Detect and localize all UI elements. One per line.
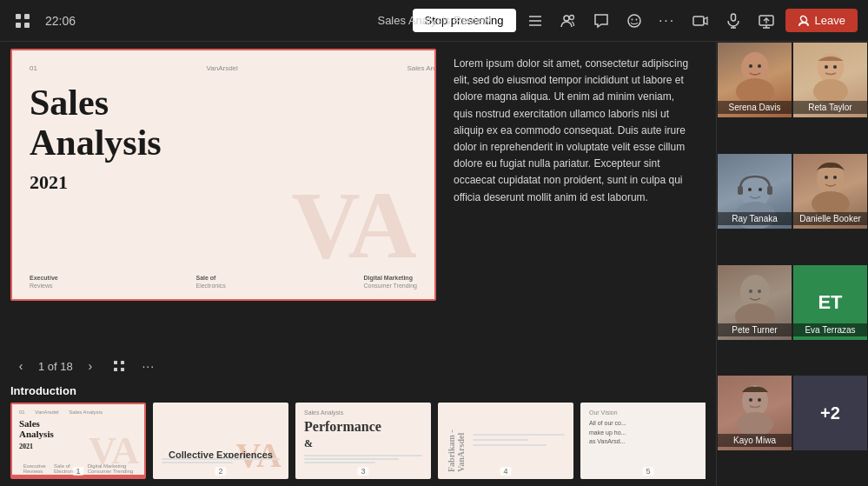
participant-name-kayo: Kayo Miwa [718,434,792,447]
thumb3-line1 [304,455,422,456]
thumb3-line2 [304,458,399,460]
react-icon-btn[interactable] [620,7,648,35]
slide-count: 1 of 18 [38,360,73,373]
leave-label: Leave [815,14,845,27]
slide-content: 01 VanArsdel Sales Analysis Sales Analys… [30,64,436,194]
svg-rect-38 [767,186,772,195]
topbar-left: 22:06 [10,9,76,33]
svg-rect-2 [16,23,21,28]
participant-list-icon[interactable] [521,7,549,35]
thumb3-num: 3 [357,467,368,476]
thumb5-text: All of our co...make up ho...as VanArsd.… [589,419,706,447]
slide-footer-col-3: Digital Marketing Consumer Trending [364,275,417,289]
slide-footer: Executive Reviews Sale of Electronics Di… [30,275,417,289]
topbar: 22:06 Sales Analysis Review Stop present… [0,0,868,42]
thumbnails-section-label: Introduction [10,384,706,397]
leave-button[interactable]: Leave [785,9,858,32]
grid-view-btn[interactable] [108,355,130,377]
svg-rect-12 [693,17,704,25]
thumb5-num: 5 [642,467,653,476]
svg-point-48 [737,412,773,436]
participant-name-eva: Eva Terrazas [793,323,867,336]
thumb5-label: Our Vision [589,409,706,416]
thumbnail-1[interactable]: 01 VanArsdel Sales Analysis SalesAnalysi… [10,403,146,479]
slide-label-top: 01 VanArsdel Sales Analysis [30,64,436,72]
thumb3-line3 [304,462,375,463]
prev-slide-btn[interactable]: ‹ [10,356,31,376]
slide-nav: ‹ 1 of 18 › ··· [0,351,716,381]
svg-point-50 [758,398,761,402]
svg-point-41 [825,176,828,179]
thumb2-line1 [162,458,280,460]
eva-initials: ET [818,291,842,314]
thumbnails-section: Introduction 01 VanArsdel Sales Analysis… [0,381,716,486]
svg-rect-21 [114,361,117,364]
svg-point-49 [749,398,752,402]
thumb2-line2 [162,462,233,463]
svg-point-32 [833,65,837,69]
thumbnail-5[interactable]: Our Vision All of our co...make up ho...… [580,403,706,479]
slide-title: Sales Analysis [30,83,436,163]
grid-icon-btn[interactable] [10,9,35,33]
camera-btn[interactable] [686,7,714,35]
svg-point-7 [564,16,569,21]
people-icon-btn[interactable] [554,7,582,35]
participant-name-ray: Ray Tanaka [718,212,792,225]
slide-title-line2: Analysis [30,123,162,163]
thumb3-label: Sales Analysis [304,409,422,416]
more-nav-btn[interactable]: ··· [137,355,160,377]
thumbnail-4[interactable]: Fabrikam - VanArsdel 4 [438,403,573,479]
slide-year: 2021 [30,171,436,194]
participant-name-pete: Pete Turner [718,323,792,336]
participant-name-serena: Serena Davis [718,101,792,114]
svg-point-9 [628,15,640,27]
footer-label-3: Digital Marketing [364,275,417,281]
svg-point-35 [748,188,752,191]
footer-label-1: Executive [30,275,58,281]
mic-btn[interactable] [719,7,747,35]
slide-num-label: 01 [30,64,37,72]
main-area: 01 VanArsdel Sales Analysis Sales Analys… [0,42,868,486]
footer-label-2: Sale of [195,275,225,281]
thumb4-line1 [473,434,565,436]
participant-overflow: +2 [793,376,867,450]
svg-rect-24 [121,368,124,371]
svg-point-11 [635,18,637,20]
svg-rect-1 [24,14,30,19]
window-title: Sales Analysis Review [377,14,490,27]
footer-sub-3: Consumer Trending [364,283,417,289]
svg-rect-23 [114,368,117,371]
next-slide-btn[interactable]: › [80,356,101,376]
svg-point-20 [799,15,808,23]
participant-grid: Serena Davis Reta Taylor [717,42,868,486]
slide-footer-col-2: Sale of Electronics [195,275,225,289]
participant-name-reta: Reta Taylor [793,101,867,114]
time-display: 22:06 [45,14,76,28]
overflow-count: +2 [820,403,840,423]
thumbnails-row: 01 VanArsdel Sales Analysis SalesAnalysi… [10,403,706,479]
participants-panel: Serena Davis Reta Taylor [716,42,868,486]
svg-rect-3 [24,23,30,28]
thumb4-line3 [473,444,547,446]
thumb1-num: 1 [72,467,83,476]
thumb4-vertical-text: Fabrikam - VanArsdel [447,409,466,472]
thumb1-label: 01 VanArsdel Sales Analysis [19,409,137,415]
main-slide: 01 VanArsdel Sales Analysis Sales Analys… [10,49,436,301]
participant-name-danielle: Danielle Booker [793,212,867,225]
thumb4-num: 4 [500,467,511,476]
svg-point-10 [631,18,633,20]
footer-sub-1: Reviews [30,283,58,289]
thumb4-lines [466,434,565,448]
thumb3-lines [304,455,422,465]
slide-footer-col-1: Executive Reviews [30,275,58,289]
screen-share-btn[interactable] [752,7,780,35]
participant-cell-pete: Pete Turner [717,264,792,341]
svg-point-31 [825,65,828,69]
chat-icon-btn[interactable] [587,7,615,35]
participant-cell-reta: Reta Taylor [792,42,868,118]
more-options-btn[interactable]: ··· [653,7,681,35]
svg-rect-37 [738,186,743,195]
thumbnail-3[interactable]: Sales Analysis Performance& 3 [295,403,431,479]
thumbnail-2[interactable]: VA Collective Experiences 2 [153,403,288,479]
svg-point-8 [569,15,573,19]
